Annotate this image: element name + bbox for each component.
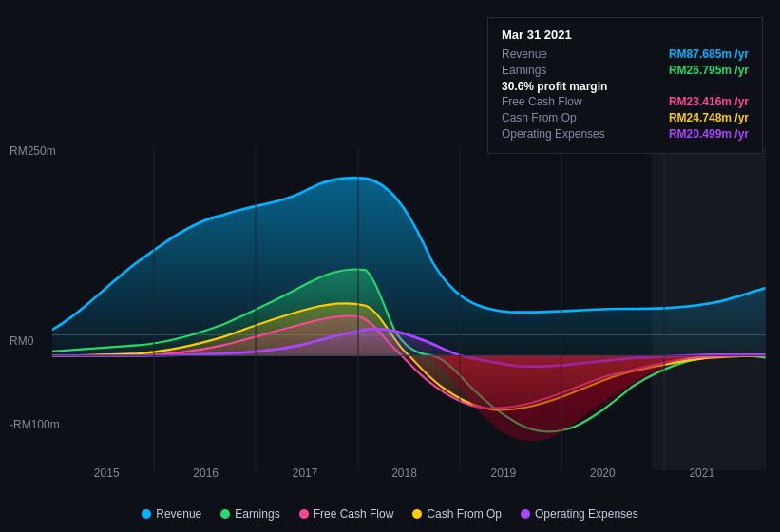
tooltip-value-free-cash: RM23.416m /yr <box>669 95 749 108</box>
tooltip-label-revenue: Revenue <box>502 48 606 61</box>
legend-dot-free-cash-flow <box>299 509 309 519</box>
legend-label-op-expenses: Operating Expenses <box>535 507 638 521</box>
tooltip-value-revenue: RM87.685m /yr <box>669 48 749 61</box>
tooltip-row-op-expenses: Operating Expenses RM20.499m /yr <box>502 127 749 141</box>
tooltip-label-free-cash: Free Cash Flow <box>502 95 606 108</box>
x-label-2016: 2016 <box>193 466 219 480</box>
legend-label-earnings: Earnings <box>235 507 279 521</box>
legend-item-op-expenses[interactable]: Operating Expenses <box>521 507 638 521</box>
tooltip-row-free-cash: Free Cash Flow RM23.416m /yr <box>502 95 749 108</box>
chart-area <box>52 147 766 470</box>
legend-dot-earnings <box>220 509 230 519</box>
tooltip-value-op-expenses: RM20.499m /yr <box>669 127 749 141</box>
tooltip-label-earnings: Earnings <box>502 64 606 77</box>
tooltip-label-cash-from-op: Cash From Op <box>502 111 606 124</box>
tooltip-value-cash-from-op: RM24.748m /yr <box>669 111 749 124</box>
x-label-2017: 2017 <box>293 466 318 480</box>
tooltip-row-cash-from-op: Cash From Op RM24.748m /yr <box>502 111 749 124</box>
y-label-250: RM250m <box>10 144 56 158</box>
legend-label-cash-from-op: Cash From Op <box>427 507 502 521</box>
legend-item-revenue[interactable]: Revenue <box>142 507 201 521</box>
tooltip-row-revenue: Revenue RM87.685m /yr <box>502 48 749 61</box>
revenue-fill <box>52 178 766 355</box>
x-label-2020: 2020 <box>590 466 616 480</box>
legend-item-cash-from-op[interactable]: Cash From Op <box>412 507 502 521</box>
x-label-2015: 2015 <box>94 466 120 480</box>
y-label-0: RM0 <box>10 334 33 348</box>
profit-margin: 30.6% profit margin <box>502 80 749 93</box>
legend-item-free-cash-flow[interactable]: Free Cash Flow <box>299 507 394 521</box>
tooltip-row-earnings: Earnings RM26.795m /yr <box>502 64 749 77</box>
legend-dot-op-expenses <box>521 509 530 519</box>
x-label-2018: 2018 <box>391 466 417 480</box>
legend-label-free-cash-flow: Free Cash Flow <box>314 507 394 521</box>
chart-svg <box>52 147 766 470</box>
tooltip-label-op-expenses: Operating Expenses <box>502 127 606 141</box>
tooltip-box: Mar 31 2021 Revenue RM87.685m /yr Earnin… <box>487 17 763 154</box>
tooltip-date: Mar 31 2021 <box>502 28 749 42</box>
legend-item-earnings[interactable]: Earnings <box>220 507 279 521</box>
x-label-2021: 2021 <box>689 466 714 480</box>
legend-dot-revenue <box>142 509 151 519</box>
chart-legend: Revenue Earnings Free Cash Flow Cash Fro… <box>0 507 780 521</box>
tooltip-value-earnings: RM26.795m /yr <box>669 64 749 77</box>
legend-dot-cash-from-op <box>412 509 422 519</box>
x-label-2019: 2019 <box>491 466 517 480</box>
x-axis-labels: 2015 2016 2017 2018 2019 2020 2021 <box>0 466 780 480</box>
chart-container: Mar 31 2021 Revenue RM87.685m /yr Earnin… <box>0 0 780 532</box>
legend-label-revenue: Revenue <box>156 507 201 521</box>
